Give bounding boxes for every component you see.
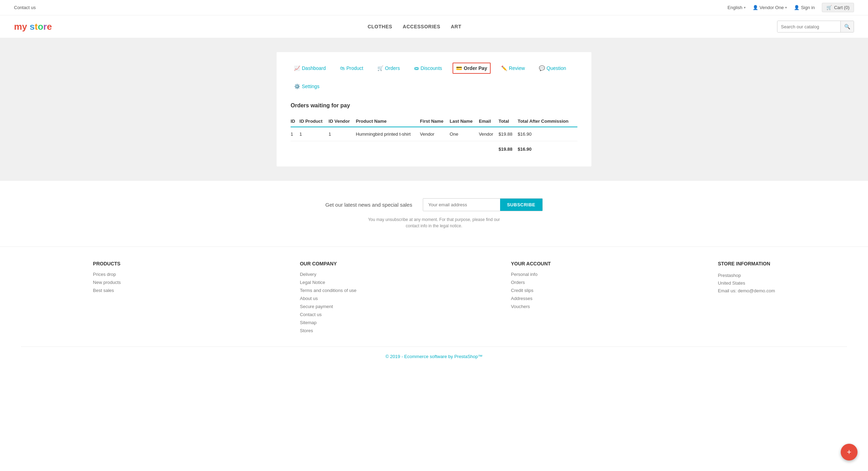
nav-clothes[interactable]: CLOTHES bbox=[368, 24, 392, 29]
product-icon: 🛍 bbox=[340, 65, 345, 71]
sign-in-link[interactable]: 👤 Sign in bbox=[794, 5, 815, 10]
logo-r: r bbox=[43, 21, 47, 32]
orders-table: ID ID Product ID Vendor Product Name Fir… bbox=[291, 116, 577, 156]
vendor-panel: 📈 Dashboard 🛍 Product 🛒 Orders 🎟 Discoun… bbox=[277, 52, 591, 166]
footer-total-after-commission: $16.90 bbox=[518, 141, 577, 156]
tab-orders-label: Orders bbox=[385, 65, 400, 71]
footer-orders[interactable]: Orders bbox=[511, 280, 563, 285]
footer-contact-us[interactable]: Contact us bbox=[300, 312, 356, 317]
col-total-after-commission: Total After Commission bbox=[518, 116, 577, 127]
nav-accessories[interactable]: ACCESSORIES bbox=[403, 24, 440, 29]
footer-about-us[interactable]: About us bbox=[300, 296, 356, 301]
footer-vouchers[interactable]: Vouchers bbox=[511, 304, 563, 309]
footer-credit-slips[interactable]: Credit slips bbox=[511, 288, 563, 293]
cell-email: Vendor bbox=[479, 127, 498, 141]
logo-e: e bbox=[47, 21, 52, 32]
footer-personal-info[interactable]: Personal info bbox=[511, 272, 563, 277]
search-button[interactable]: 🔍 bbox=[840, 21, 854, 32]
footer-addresses[interactable]: Addresses bbox=[511, 296, 563, 301]
store-country: United States bbox=[718, 279, 775, 287]
vendor-label: Vendor One bbox=[760, 5, 784, 10]
vendor-dropdown-arrow: ▾ bbox=[785, 6, 787, 9]
footer-account-title: YOUR ACCOUNT bbox=[511, 261, 563, 266]
footer-total: $19.88 bbox=[498, 141, 518, 156]
tab-review[interactable]: ✏️ Review bbox=[498, 63, 528, 74]
newsletter-label: Get our latest news and special sales bbox=[325, 202, 412, 208]
newsletter-email-input[interactable] bbox=[423, 199, 500, 211]
col-id-product: ID Product bbox=[299, 116, 328, 127]
search-input[interactable] bbox=[777, 21, 840, 32]
footer-columns: PRODUCTS Prices drop New products Best s… bbox=[21, 261, 847, 336]
search-box: 🔍 bbox=[777, 21, 854, 33]
logo-t: t bbox=[35, 21, 38, 32]
tab-dashboard-label: Dashboard bbox=[302, 65, 326, 71]
order-pay-content: Orders waiting for pay ID ID Product ID … bbox=[291, 102, 577, 156]
footer: PRODUCTS Prices drop New products Best s… bbox=[0, 247, 868, 366]
totals-empty bbox=[291, 141, 498, 156]
col-id: ID bbox=[291, 116, 299, 127]
header: my store CLOTHES ACCESSORIES ART 🔍 bbox=[0, 15, 868, 38]
tab-discounts[interactable]: 🎟 Discounts bbox=[411, 63, 446, 74]
footer-new-products[interactable]: New products bbox=[93, 280, 145, 285]
review-icon: ✏️ bbox=[501, 65, 507, 71]
tab-discounts-label: Discounts bbox=[421, 65, 442, 71]
main-nav: CLOTHES ACCESSORIES ART bbox=[368, 24, 461, 29]
logo-o: o bbox=[38, 21, 43, 32]
footer-products-col: PRODUCTS Prices drop New products Best s… bbox=[93, 261, 145, 336]
footer-best-sales[interactable]: Best sales bbox=[93, 288, 145, 293]
footer-terms[interactable]: Terms and conditions of use bbox=[300, 288, 356, 293]
tab-product[interactable]: 🛍 Product bbox=[336, 63, 367, 74]
footer-legal-notice[interactable]: Legal Notice bbox=[300, 280, 356, 285]
contact-us-link[interactable]: Contact us bbox=[14, 5, 36, 10]
nav-art[interactable]: ART bbox=[451, 24, 461, 29]
store-info-text: Prestashop United States Email us: demo@… bbox=[718, 272, 775, 295]
vendor-nav: 📈 Dashboard 🛍 Product 🛒 Orders 🎟 Discoun… bbox=[291, 63, 577, 92]
tab-settings-label: Settings bbox=[302, 84, 320, 89]
section-title: Orders waiting for pay bbox=[291, 102, 577, 109]
newsletter-row: Get our latest news and special sales SU… bbox=[325, 198, 543, 211]
table-body: 1 1 1 Hummingbird printed t-shirt Vendor… bbox=[291, 127, 577, 156]
top-bar-left: Contact us bbox=[14, 5, 36, 10]
logo-my: my bbox=[14, 21, 27, 32]
language-selector[interactable]: English ▾ bbox=[727, 5, 746, 10]
cell-total: $19.88 bbox=[498, 127, 518, 141]
store-email: Email us: demo@demo.com bbox=[718, 287, 775, 295]
vendor-selector[interactable]: 👤 Vendor One ▾ bbox=[753, 5, 787, 10]
order-pay-icon: 💳 bbox=[456, 65, 462, 71]
cart-button[interactable]: 🛒 Cart (0) bbox=[822, 3, 854, 12]
store-name: Prestashop bbox=[718, 272, 775, 279]
cell-product-name: Hummingbird printed t-shirt bbox=[356, 127, 420, 141]
footer-stores[interactable]: Stores bbox=[300, 328, 356, 333]
footer-products-title: PRODUCTS bbox=[93, 261, 145, 266]
newsletter-section: Get our latest news and special sales SU… bbox=[0, 180, 868, 247]
footer-secure-payment[interactable]: Secure payment bbox=[300, 304, 356, 309]
table-row: 1 1 1 Hummingbird printed t-shirt Vendor… bbox=[291, 127, 577, 141]
tab-order-pay[interactable]: 💳 Order Pay bbox=[453, 63, 491, 74]
tab-review-label: Review bbox=[509, 65, 525, 71]
col-product-name: Product Name bbox=[356, 116, 420, 127]
footer-company-col: OUR COMPANY Delivery Legal Notice Terms … bbox=[300, 261, 356, 336]
tab-question-label: Question bbox=[547, 65, 566, 71]
cell-id-product: 1 bbox=[299, 127, 328, 141]
subscribe-button[interactable]: SUBSCRIBE bbox=[500, 199, 542, 211]
top-bar: Contact us English ▾ 👤 Vendor One ▾ 👤 Si… bbox=[0, 0, 868, 15]
main-background: 📈 Dashboard 🛍 Product 🛒 Orders 🎟 Discoun… bbox=[0, 38, 868, 180]
tab-settings[interactable]: ⚙️ Settings bbox=[291, 81, 323, 92]
footer-delivery[interactable]: Delivery bbox=[300, 272, 356, 277]
tab-orders[interactable]: 🛒 Orders bbox=[374, 63, 404, 74]
cell-first-name: Vendor bbox=[420, 127, 450, 141]
logo-s: s bbox=[30, 21, 35, 32]
orders-icon: 🛒 bbox=[377, 65, 383, 71]
cell-last-name: One bbox=[450, 127, 479, 141]
tab-product-label: Product bbox=[347, 65, 363, 71]
vendor-person-icon: 👤 bbox=[753, 5, 758, 10]
language-dropdown-arrow: ▾ bbox=[744, 6, 746, 9]
footer-prices-drop[interactable]: Prices drop bbox=[93, 272, 145, 277]
newsletter-note: You may unsubscribe at any moment. For t… bbox=[364, 216, 504, 229]
footer-sitemap[interactable]: Sitemap bbox=[300, 320, 356, 325]
tab-question[interactable]: 💬 Question bbox=[535, 63, 570, 74]
sign-in-label: Sign in bbox=[801, 5, 815, 10]
logo[interactable]: my store bbox=[14, 21, 52, 32]
tab-dashboard[interactable]: 📈 Dashboard bbox=[291, 63, 329, 74]
col-email: Email bbox=[479, 116, 498, 127]
